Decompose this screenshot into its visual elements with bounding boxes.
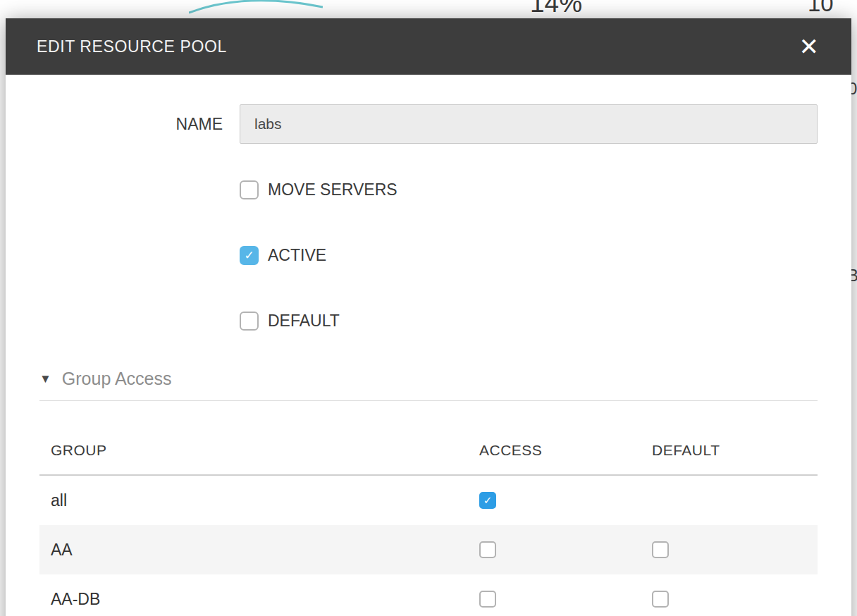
table-header-row: GROUP ACCESS DEFAULT bbox=[39, 401, 818, 475]
table-row: AA bbox=[39, 525, 818, 574]
group-access-title: Group Access bbox=[62, 369, 172, 389]
access-checkbox[interactable] bbox=[479, 541, 496, 558]
column-header-access: ACCESS bbox=[468, 401, 641, 475]
move-servers-label: MOVE SERVERS bbox=[268, 180, 397, 199]
modal-header: EDIT RESOURCE POOL ✕ bbox=[6, 18, 851, 75]
close-icon: ✕ bbox=[799, 33, 820, 60]
table-row: all bbox=[39, 475, 818, 525]
move-servers-checkbox-row: MOVE SERVERS bbox=[240, 180, 818, 199]
modal-body: NAME MOVE SERVERS ACTIVE DEFAULT ▼ Group… bbox=[6, 104, 851, 616]
chart-line-fragment bbox=[189, 0, 323, 14]
background-stat-fragment: 10 bbox=[808, 0, 834, 17]
table-row: AA-DB bbox=[39, 574, 818, 616]
default-checkbox[interactable] bbox=[652, 591, 669, 608]
group-name-cell: AA-DB bbox=[39, 574, 468, 616]
default-checkbox[interactable] bbox=[240, 312, 259, 331]
column-header-group: GROUP bbox=[39, 401, 468, 475]
edit-resource-pool-modal: EDIT RESOURCE POOL ✕ NAME MOVE SERVERS A… bbox=[6, 18, 851, 616]
active-label: ACTIVE bbox=[268, 246, 326, 265]
name-field-row: NAME bbox=[39, 104, 818, 144]
active-checkbox[interactable] bbox=[240, 246, 259, 265]
default-checkbox-slot bbox=[652, 591, 818, 608]
group-name-cell: AA bbox=[39, 525, 468, 574]
default-checkbox-slot bbox=[652, 541, 818, 558]
background-stat-fragment: 14% bbox=[530, 0, 582, 18]
access-checkbox[interactable] bbox=[479, 492, 496, 509]
group-name-cell: all bbox=[39, 475, 468, 525]
group-access-section-header: ▼ Group Access bbox=[39, 369, 818, 401]
name-label: NAME bbox=[39, 115, 223, 134]
name-input[interactable] bbox=[240, 104, 818, 144]
close-button[interactable]: ✕ bbox=[798, 35, 821, 58]
default-checkbox-row: DEFAULT bbox=[240, 312, 818, 331]
default-label: DEFAULT bbox=[268, 312, 340, 331]
group-access-table: GROUP ACCESS DEFAULT all bbox=[39, 401, 818, 616]
collapse-chevron-icon[interactable]: ▼ bbox=[39, 372, 51, 386]
active-checkbox-row: ACTIVE bbox=[240, 246, 818, 265]
default-checkbox[interactable] bbox=[652, 541, 669, 558]
access-checkbox[interactable] bbox=[479, 591, 496, 608]
column-header-default: DEFAULT bbox=[641, 401, 818, 475]
move-servers-checkbox[interactable] bbox=[240, 180, 259, 199]
modal-title: EDIT RESOURCE POOL bbox=[37, 37, 227, 56]
